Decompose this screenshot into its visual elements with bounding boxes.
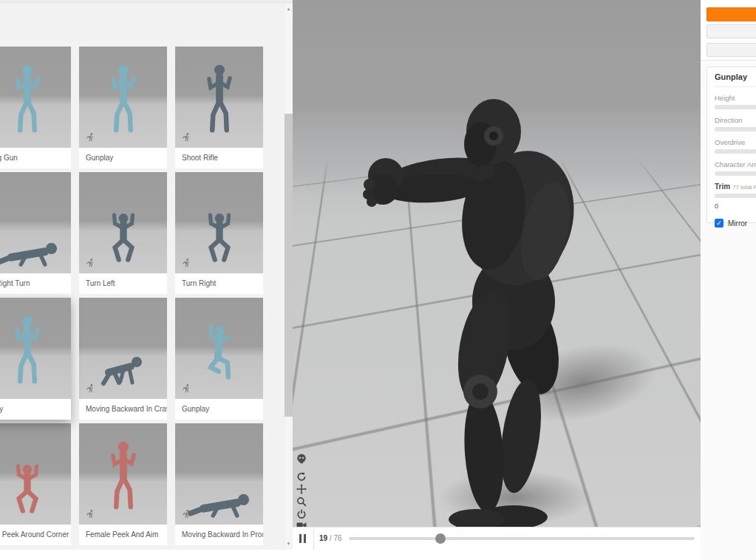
- in-place-run-icon: [85, 132, 95, 143]
- undo-icon[interactable]: [296, 471, 307, 482]
- animation-card-label: Moving Backward In Prone: [175, 525, 263, 545]
- in-place-run-icon: [181, 383, 191, 394]
- playback-slider-thumb[interactable]: [435, 533, 446, 544]
- mirror-row: ✓ Mirror: [715, 219, 756, 228]
- animation-card-label: me Peek Around Corner: [0, 525, 71, 545]
- mirror-checkbox[interactable]: ✓: [715, 219, 723, 228]
- pause-icon: [304, 534, 306, 543]
- setting-slider[interactable]: [715, 149, 756, 154]
- animation-thumbnail[interactable]: [175, 47, 263, 148]
- setting-label: Character Arm-Sp: [715, 160, 756, 168]
- animation-card-label: ting Gun: [0, 148, 71, 168]
- animation-card[interactable]: Moving Backward In Crawl: [79, 298, 167, 420]
- scrollbar-up-icon[interactable]: ▲: [285, 4, 293, 13]
- playback-slider[interactable]: [349, 527, 695, 550]
- primary-action-button[interactable]: [706, 7, 756, 21]
- character-figure: [197, 316, 242, 393]
- viewport: 19 / 76: [293, 0, 701, 550]
- animation-card[interactable]: Female Peek And Aim: [79, 423, 167, 545]
- animation-card[interactable]: Turn Right: [175, 172, 263, 294]
- animation-card-label: Female Peek And Aim: [79, 525, 167, 545]
- character-model: [347, 80, 584, 527]
- scrollbar-thumb[interactable]: [285, 114, 293, 417]
- animation-thumbnail[interactable]: [0, 423, 71, 525]
- animation-card-label: Turn Right: [175, 273, 263, 294]
- animation-card[interactable]: Gunplay: [175, 298, 263, 420]
- setting-control: Height: [715, 94, 756, 109]
- in-place-run-icon: [181, 132, 191, 143]
- secondary-action-button-2[interactable]: [706, 43, 756, 57]
- total-frames: 76: [333, 534, 341, 542]
- animation-library-panel: ting Gun Gunplay Shoot Rifle e Right Tur…: [0, 3, 293, 550]
- setting-label: Height: [715, 94, 756, 102]
- setting-control: Direction: [715, 116, 756, 132]
- animation-card[interactable]: Gunplay: [79, 47, 167, 168]
- trim-slider[interactable]: [715, 194, 756, 198]
- animation-thumbnail[interactable]: [175, 423, 263, 525]
- playbar-divider: [313, 527, 314, 550]
- secondary-action-button-1[interactable]: [706, 24, 756, 38]
- power-icon[interactable]: [296, 509, 307, 519]
- trim-label: Trim: [715, 182, 730, 191]
- setting-slider[interactable]: [715, 105, 756, 109]
- settings-panel: Gunplay Height Direction Overdrive Chara…: [701, 0, 756, 560]
- pause-icon: [299, 534, 302, 543]
- character-figure: [181, 458, 258, 525]
- trim-frames-note: 77 total Frame: [732, 184, 756, 191]
- animation-thumbnail[interactable]: [0, 47, 71, 148]
- animation-card[interactable]: play: [0, 298, 71, 420]
- setting-slider[interactable]: [715, 127, 756, 132]
- in-place-run-icon: [85, 383, 95, 394]
- animation-card[interactable]: me Peek Around Corner: [0, 423, 71, 545]
- animation-card[interactable]: e Right Turn: [0, 172, 71, 294]
- in-place-run-icon: [85, 258, 95, 268]
- in-place-run-icon: [85, 509, 95, 519]
- animation-card[interactable]: Moving Backward In Prone: [175, 423, 263, 545]
- playback-bar: 19 / 76: [293, 527, 701, 550]
- character-figure: [200, 62, 239, 139]
- viewport-canvas[interactable]: [293, 0, 701, 527]
- animation-card-label: Moving Backward In Crawl: [79, 399, 167, 420]
- character-figure: [104, 439, 143, 516]
- animation-title: Gunplay: [715, 72, 756, 87]
- zoom-icon[interactable]: [296, 496, 307, 507]
- animation-thumbnail[interactable]: [0, 298, 71, 399]
- slider-list: Height Direction Overdrive Character Arm…: [715, 94, 756, 176]
- animation-thumbnail[interactable]: [79, 423, 167, 525]
- character-figure: [8, 313, 47, 390]
- character-figure: [199, 194, 240, 267]
- animation-thumbnail[interactable]: [0, 172, 71, 273]
- animation-card-label: Gunplay: [79, 148, 167, 168]
- animation-card-grid: ting Gun Gunplay Shoot Rifle e Right Tur…: [0, 47, 273, 549]
- playback-slider-track[interactable]: [349, 537, 695, 540]
- app-root: ting Gun Gunplay Shoot Rifle e Right Tur…: [0, 0, 756, 560]
- animation-card-label: Turn Left: [79, 273, 167, 294]
- animation-card[interactable]: ting Gun: [0, 47, 71, 168]
- animation-card[interactable]: Turn Left: [79, 172, 167, 294]
- frame-counter: 19 / 76: [319, 527, 342, 550]
- animation-thumbnail[interactable]: [79, 172, 167, 273]
- animation-thumbnail[interactable]: [175, 172, 263, 273]
- skull-icon[interactable]: [296, 454, 307, 464]
- viewport-toolbar: [296, 452, 310, 526]
- trim-row: Trim77 total Frame: [715, 182, 756, 191]
- mirror-label: Mirror: [728, 219, 747, 228]
- camera-icon[interactable]: [296, 520, 307, 527]
- pan-icon[interactable]: [296, 484, 307, 494]
- animation-card[interactable]: Shoot Rifle: [175, 47, 263, 168]
- in-place-run-icon: [181, 509, 191, 519]
- animation-thumbnail[interactable]: [79, 47, 167, 148]
- scrollbar-down-icon[interactable]: ▼: [285, 539, 293, 548]
- animation-card-label: e Right Turn: [0, 273, 71, 294]
- animation-card-label: play: [0, 399, 71, 420]
- current-frame: 19: [319, 534, 327, 542]
- animation-thumbnail[interactable]: [175, 298, 263, 399]
- pause-button[interactable]: [293, 527, 313, 550]
- library-scrollbar[interactable]: ▲ ▼: [284, 3, 292, 550]
- in-place-run-icon: [181, 258, 191, 268]
- animation-settings-card: Gunplay Height Direction Overdrive Chara…: [706, 66, 756, 223]
- character-figure: [0, 207, 66, 273]
- animation-thumbnail[interactable]: [79, 298, 167, 399]
- character-figure: [104, 62, 143, 139]
- setting-slider[interactable]: [715, 171, 756, 176]
